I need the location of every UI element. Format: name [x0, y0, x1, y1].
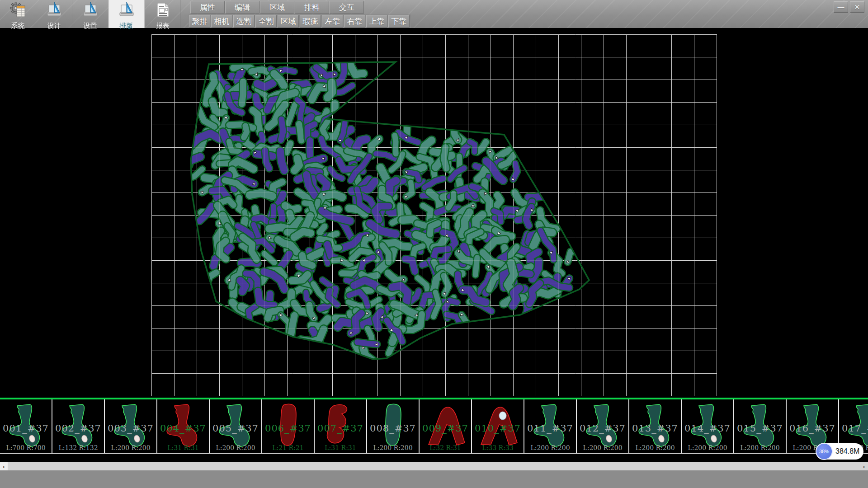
menu-region[interactable]: 区域: [260, 1, 294, 14]
piece-lr-count: L:200 R:200: [577, 444, 628, 451]
tool-cluster-nest-button[interactable]: 聚排: [189, 15, 210, 28]
piece-thumbnail[interactable]: 012_#37L:200 R:200: [577, 399, 629, 454]
nesting-canvas[interactable]: [0, 28, 868, 398]
piece-thumbnail[interactable]: 010_#37L:33 R:33: [472, 399, 524, 454]
piece-strip: 001_#37L:700 R:700002_#37L:132 R:132003_…: [0, 398, 868, 455]
ribbon-toolbar: 系统 设计: [0, 0, 868, 28]
piece-lr-count: L:200 R:200: [629, 444, 681, 451]
app-design-label: 设计: [47, 22, 61, 30]
piece-lr-count: L:31 R:31: [157, 444, 209, 451]
menu-interactive[interactable]: 交互: [330, 1, 364, 14]
app-design-button[interactable]: 设计: [36, 0, 72, 28]
tool-snap-left-button[interactable]: 左靠: [322, 15, 343, 28]
piece-id: 009_#37: [420, 423, 471, 434]
piece-thumbnail[interactable]: 009_#37L:32 R:31: [420, 399, 472, 454]
piece-id: 017_#37: [839, 423, 868, 434]
memory-value: 384.8M: [835, 443, 859, 460]
piece-lr-count: L:132 R:132: [52, 444, 104, 451]
tool-snap-down-button[interactable]: 下靠: [388, 15, 410, 28]
piece-id: 004_#37: [157, 423, 209, 434]
piece-id: 003_#37: [105, 423, 156, 434]
piece-lr-count: L:31 R:31: [315, 444, 366, 451]
app-settings-button[interactable]: 设置: [72, 0, 108, 28]
window-controls: — ✕: [834, 1, 864, 13]
system-icon: [9, 1, 27, 21]
piece-id: 007_#37: [315, 423, 366, 434]
scroll-left-arrow-icon[interactable]: ‹: [0, 462, 8, 471]
piece-thumbnail[interactable]: 002_#37L:132 R:132: [52, 399, 105, 454]
app-report-label: 报表: [156, 22, 170, 30]
piece-id: 005_#37: [210, 423, 261, 434]
piece-id: 002_#37: [52, 423, 104, 434]
horizontal-scrollbar[interactable]: ‹ ›: [0, 462, 868, 470]
piece-thumbnail[interactable]: 011_#37L:200 R:200: [524, 399, 577, 454]
piece-lr-count: L:33 R:33: [472, 444, 524, 451]
piece-thumbnail[interactable]: 013_#37L:200 R:200: [629, 399, 682, 454]
piece-lr-count: L:200 R:200: [682, 444, 733, 451]
app-report-button[interactable]: 报表: [145, 0, 181, 28]
piece-id: 012_#37: [577, 423, 628, 434]
piece-id: 013_#37: [629, 423, 681, 434]
app-switcher: 系统 设计: [0, 0, 181, 28]
menu-edit[interactable]: 编辑: [225, 1, 259, 14]
app-layout-button[interactable]: 排版: [108, 0, 145, 28]
piece-lr-count: L:200 R:200: [105, 444, 156, 451]
app-settings-label: 设置: [84, 22, 97, 30]
menu-properties[interactable]: 属性: [190, 1, 225, 14]
app-system-label: 系统: [11, 22, 25, 30]
settings-icon: [82, 1, 99, 21]
layout-icon: [118, 1, 135, 21]
piece-id: 008_#37: [367, 423, 419, 434]
piece-thumbnail[interactable]: 014_#37L:200 R:200: [682, 399, 734, 454]
memory-percent-indicator: 38%: [816, 443, 833, 460]
tool-cut-all-button[interactable]: 全割: [255, 15, 277, 28]
piece-id: 011_#37: [524, 423, 576, 434]
menu-row: 属性编辑区域排料交互: [190, 1, 364, 14]
report-icon: [154, 1, 171, 21]
piece-id: 015_#37: [734, 423, 786, 434]
tool-snap-up-button[interactable]: 上靠: [366, 15, 387, 28]
app-layout-label: 排版: [120, 22, 133, 30]
piece-lr-count: L:200 R:200: [524, 444, 576, 451]
tool-snap-right-button[interactable]: 右靠: [344, 15, 365, 28]
memory-badge[interactable]: 38% 384.8M: [816, 443, 863, 460]
piece-lr-count: L:200 R:200: [367, 444, 419, 451]
piece-id: 010_#37: [472, 423, 524, 434]
scroll-right-arrow-icon[interactable]: ›: [860, 462, 868, 471]
close-button[interactable]: ✕: [850, 1, 864, 13]
piece-thumbnail[interactable]: 001_#37L:700 R:700: [0, 399, 52, 454]
piece-id: 016_#37: [787, 423, 838, 434]
menu-nesting[interactable]: 排料: [295, 1, 329, 14]
piece-id: 014_#37: [682, 423, 733, 434]
tool-select-cut-button[interactable]: 选割: [233, 15, 255, 28]
piece-lr-count: L:21 R:21: [262, 444, 314, 451]
tool-region-button[interactable]: 区域: [278, 15, 299, 28]
piece-lr-count: L:32 R:31: [420, 444, 471, 451]
piece-id: 006_#37: [262, 423, 314, 434]
piece-lr-count: L:200 R:200: [734, 444, 786, 451]
status-bar: [0, 470, 868, 488]
piece-thumbnail[interactable]: 008_#37L:200 R:200: [367, 399, 420, 454]
design-icon: [46, 1, 63, 21]
piece-thumbnail[interactable]: 004_#37L:31 R:31: [157, 399, 210, 454]
minimize-button[interactable]: —: [834, 1, 848, 13]
piece-thumbnail[interactable]: 006_#37L:21 R:21: [262, 399, 315, 454]
piece-id: 001_#37: [0, 423, 52, 434]
piece-thumbnail[interactable]: 003_#37L:200 R:200: [105, 399, 157, 454]
piece-lr-count: L:700 R:700: [0, 444, 52, 451]
piece-lr-count: L:200 R:200: [210, 444, 261, 451]
tool-row: 聚排相机选割全割区域瑕疵左靠右靠上靠下靠: [189, 14, 411, 28]
tool-camera-button[interactable]: 相机: [211, 15, 232, 28]
piece-thumbnail[interactable]: 015_#37L:200 R:200: [734, 399, 787, 454]
piece-thumbnail[interactable]: 005_#37L:200 R:200: [210, 399, 262, 454]
app-system-button[interactable]: 系统: [0, 0, 36, 28]
piece-thumbnail[interactable]: 007_#37L:31 R:31: [315, 399, 367, 454]
tool-defect-button[interactable]: 瑕疵: [300, 15, 321, 28]
